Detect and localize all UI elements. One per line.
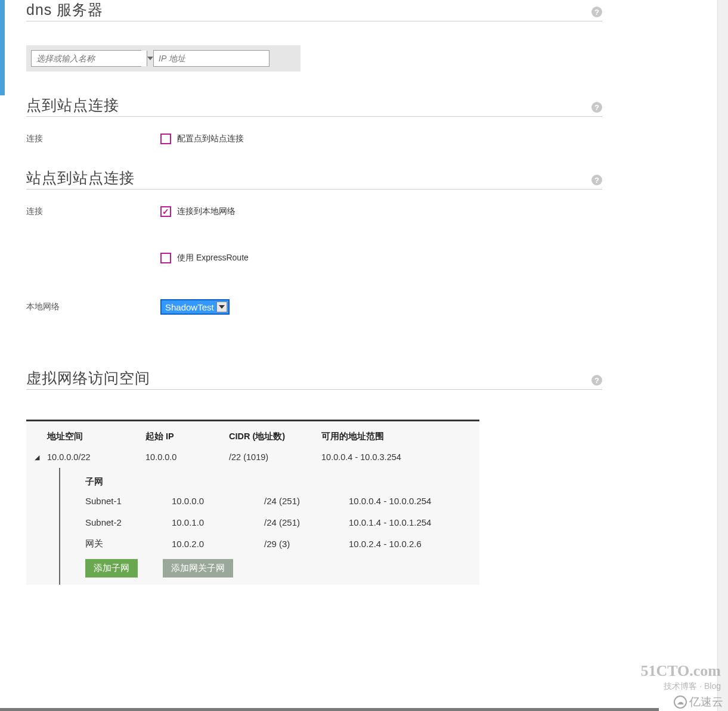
vnet-title: 虚拟网络访问空间 [26, 368, 150, 388]
cloud-icon: ☁ [674, 696, 687, 709]
cell-cidr: /22 (1019) [229, 452, 321, 462]
subnet-name: 网关 [85, 538, 172, 549]
help-icon[interactable]: ? [591, 7, 602, 17]
scrollbar[interactable] [717, 0, 728, 711]
dns-inputs-row [26, 45, 301, 72]
section-vnet-header: 虚拟网络访问空间 ? [26, 368, 602, 390]
dns-title: dns 服务器 [26, 0, 103, 20]
subnet-block: 子网 Subnet-1 10.0.0.0 /24 (251) 10.0.0.4 … [59, 468, 479, 585]
subnet-range: 10.0.1.4 - 10.0.1.254 [349, 517, 504, 527]
subnet-start-ip: 10.0.2.0 [172, 539, 264, 549]
local-network-select[interactable]: ShadowTest [160, 299, 230, 315]
subnet-range: 10.0.0.4 - 10.0.0.254 [349, 496, 504, 506]
address-space-table: 地址空间 起始 IP CIDR (地址数) 可用的地址范围 ◢ 10.0.0.0… [26, 420, 479, 585]
p2s-checkbox-label: 配置点到站点连接 [177, 133, 244, 144]
watermark-51cto: 51CTO.com [640, 662, 721, 680]
p2s-conn-label: 连接 [26, 133, 160, 144]
subnet-title: 子网 [60, 470, 479, 490]
dns-name-input[interactable] [32, 51, 147, 66]
add-gateway-subnet-button[interactable]: 添加网关子网 [163, 559, 233, 578]
subnet-name: Subnet-1 [85, 496, 172, 506]
s2s-expressroute-label: 使用 ExpressRoute [177, 253, 249, 263]
chevron-down-icon[interactable] [147, 51, 153, 66]
s2s-title: 站点到站点连接 [26, 168, 135, 188]
help-icon[interactable]: ? [591, 175, 602, 185]
dns-name-combo[interactable] [31, 50, 141, 67]
subnet-start-ip: 10.0.1.0 [172, 517, 264, 527]
col-addr-space: 地址空间 [47, 426, 145, 442]
left-accent-bar [0, 0, 5, 95]
subnet-start-ip: 10.0.0.0 [172, 496, 264, 506]
add-subnet-button[interactable]: 添加子网 [85, 559, 138, 578]
window-bottom-bar [0, 708, 659, 711]
p2s-title: 点到站点连接 [26, 95, 119, 115]
local-network-value: ShadowTest [164, 302, 215, 312]
col-start-ip: 起始 IP [145, 426, 229, 442]
section-dns-header: dns 服务器 ? [26, 0, 602, 21]
local-network-label: 本地网络 [26, 302, 160, 312]
address-space-row[interactable]: ◢ 10.0.0.0/22 10.0.0.0 /22 (1019) 10.0.0… [26, 446, 479, 468]
help-icon[interactable]: ? [591, 102, 602, 113]
subnet-row-gateway[interactable]: 网关 10.0.2.0 /29 (3) 10.0.2.4 - 10.0.2.6 [60, 533, 479, 554]
subnet-cidr: /24 (251) [264, 517, 349, 527]
p2s-configure-checkbox[interactable] [160, 133, 171, 144]
table-header: 地址空间 起始 IP CIDR (地址数) 可用的地址范围 [26, 421, 479, 446]
cell-addr-space: 10.0.0.0/22 [47, 452, 145, 462]
subnet-cidr: /24 (251) [264, 496, 349, 506]
subnet-row[interactable]: Subnet-1 10.0.0.0 /24 (251) 10.0.0.4 - 1… [60, 490, 479, 511]
section-s2s-header: 站点到站点连接 ? [26, 168, 602, 190]
section-p2s-header: 点到站点连接 ? [26, 95, 602, 117]
s2s-expressroute-checkbox[interactable] [160, 253, 171, 263]
col-cidr: CIDR (地址数) [229, 426, 321, 442]
expand-toggle-icon[interactable]: ◢ [26, 454, 47, 461]
subnet-range: 10.0.2.4 - 10.0.2.6 [349, 539, 504, 549]
subnet-cidr: /29 (3) [264, 539, 349, 549]
dns-ip-input[interactable] [153, 50, 269, 67]
s2s-connect-local-checkbox[interactable] [160, 206, 171, 217]
cell-range: 10.0.0.4 - 10.0.3.254 [321, 452, 476, 462]
subnet-row[interactable]: Subnet-2 10.0.1.0 /24 (251) 10.0.1.4 - 1… [60, 511, 479, 533]
chevron-down-icon[interactable] [216, 302, 227, 312]
subnet-name: Subnet-2 [85, 517, 172, 527]
s2s-conn-label: 连接 [26, 206, 160, 217]
help-icon[interactable]: ? [591, 375, 602, 386]
watermark-sub: 技术博客 · Blog [664, 681, 721, 692]
watermark-yisu: ☁ 亿速云 [674, 694, 723, 710]
s2s-connect-local-label: 连接到本地网络 [177, 206, 236, 217]
cell-start-ip: 10.0.0.0 [145, 452, 229, 462]
col-range: 可用的地址范围 [321, 426, 476, 442]
